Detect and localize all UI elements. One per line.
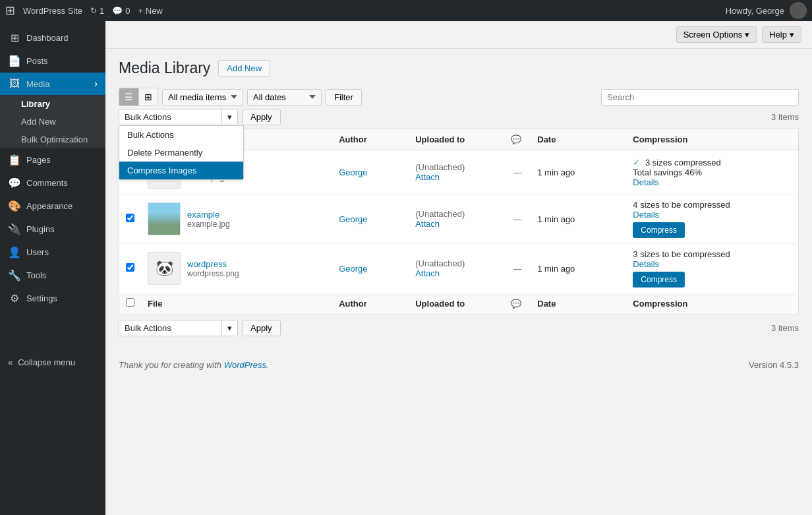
table-row: example example.jpg George (Unattached) … (119, 195, 799, 244)
user-avatar[interactable] (790, 2, 807, 19)
settings-icon: ⚙ (8, 292, 21, 305)
row-checkbox-example[interactable] (126, 214, 134, 222)
col-footer-cb (119, 293, 142, 315)
comments-icon[interactable]: 💬 0 (112, 6, 130, 16)
row-cb-wordpress (119, 244, 142, 293)
uploaded-to-example: (Unattached) (415, 209, 465, 219)
wp-logo-icon[interactable]: ⊞ (5, 3, 15, 18)
row-compression-wordpress: 3 sizes to be compressed Details Compres… (626, 244, 798, 293)
col-header-author: Author (332, 129, 409, 150)
submenu-item-bulk-optimization[interactable]: Bulk Optimization (0, 131, 105, 148)
col-footer-compression: Compression (626, 293, 798, 315)
submenu-item-library[interactable]: Library (0, 95, 105, 113)
attach-link-wordpress[interactable]: Attach (415, 268, 440, 278)
compression-status-avatar: ✓ 3 sizes compressed (633, 158, 792, 167)
row-author-avatar: George (332, 150, 409, 195)
col-header-date: Date (531, 129, 626, 150)
attach-link-example[interactable]: Attach (415, 219, 440, 229)
dropdown-item-compress[interactable]: Compress Images (119, 162, 243, 179)
collapse-menu-btn[interactable]: « Collapse menu (0, 349, 105, 375)
bulk-actions-dropdown: Bulk Actions Delete Permanently Compress… (119, 125, 244, 180)
sidebar-item-label: Users (26, 247, 49, 257)
compress-button-example[interactable]: Compress (633, 222, 685, 238)
sidebar-item-media[interactable]: 🖼 Media › (0, 73, 105, 95)
row-compression-example: 4 sizes to be compressed Details Compres… (626, 195, 798, 244)
sidebar-item-settings[interactable]: ⚙ Settings (0, 287, 105, 310)
file-title-example[interactable]: example (187, 210, 219, 220)
compression-details-link-wordpress[interactable]: Details (633, 259, 659, 269)
author-link-example[interactable]: George (339, 214, 367, 224)
row-comments-example: — (504, 195, 531, 244)
add-new-button[interactable]: Add New (218, 60, 270, 76)
sidebar-item-appearance[interactable]: 🎨 Appearance (0, 195, 105, 218)
item-count-bottom: 3 items (771, 323, 799, 333)
date-filter[interactable]: All dates January 2024 (247, 89, 322, 106)
item-count-top: 3 items (771, 112, 799, 122)
bulk-bottom-dropdown-arrow[interactable]: ▾ (221, 320, 237, 336)
grid-view-btn[interactable]: ⊞ (139, 88, 158, 106)
posts-icon: 📄 (8, 55, 21, 67)
media-icon: 🖼 (8, 78, 21, 90)
row-attached-avatar: (Unattached) Attach (409, 150, 504, 195)
comments-avatar: — (513, 167, 522, 177)
row-comments-avatar: — (504, 150, 531, 195)
search-input[interactable] (601, 89, 799, 106)
sidebar-item-users[interactable]: 👤 Users (0, 241, 105, 264)
screen-options-button[interactable]: Screen Options ▾ (676, 26, 757, 43)
comment-header-icon: 💬 (511, 135, 521, 144)
submenu-item-add-new[interactable]: Add New (0, 113, 105, 131)
dashboard-icon: ⊞ (8, 32, 21, 44)
author-link-wordpress[interactable]: George (339, 264, 367, 274)
file-name-wordpress: wordpress.png (187, 269, 239, 278)
file-info-wordpress: wordpress wordpress.png (187, 259, 239, 278)
updates-icon[interactable]: ↻ 1 (90, 6, 104, 16)
row-attached-wordpress: (Unattached) Attach (409, 244, 504, 293)
sidebar-item-dashboard[interactable]: ⊞ Dashboard (0, 26, 105, 49)
bulk-dropdown-arrow[interactable]: ▾ (221, 109, 237, 125)
media-type-filter[interactable]: All media items Images Audio Video Docum… (162, 89, 243, 106)
sidebar-item-label: Posts (26, 56, 48, 66)
col-footer-comments: 💬 (504, 293, 531, 315)
bulk-bottom-select-display[interactable]: Bulk Actions (119, 320, 221, 336)
filter-button[interactable]: Filter (326, 89, 362, 106)
dropdown-item-bulk-actions[interactable]: Bulk Actions (119, 126, 243, 144)
sidebar-item-pages[interactable]: 📋 Pages (0, 148, 105, 171)
sidebar-item-posts[interactable]: 📄 Posts (0, 49, 105, 73)
sidebar-item-tools[interactable]: 🔧 Tools (0, 264, 105, 287)
bulk-actions-bottom: Bulk Actions ▾ Apply 3 items (119, 320, 799, 336)
compression-details-link-avatar[interactable]: Details (633, 177, 659, 187)
appearance-icon: 🎨 (8, 200, 21, 212)
help-button[interactable]: Help ▾ (762, 26, 801, 43)
compress-button-wordpress[interactable]: Compress (633, 272, 685, 288)
thumb-wordpress: 🐼 (148, 252, 181, 285)
bulk-select-display[interactable]: Bulk Actions (119, 109, 221, 125)
attach-link-avatar[interactable]: Attach (415, 172, 440, 182)
row-date-example: 1 min ago (531, 195, 626, 244)
select-all-checkbox-bottom[interactable] (126, 298, 134, 307)
file-title-wordpress[interactable]: wordpress (187, 259, 227, 269)
row-file-example: example example.jpg (141, 195, 332, 244)
bulk-apply-button-bottom[interactable]: Apply (242, 320, 281, 336)
site-name[interactable]: WordPress Site (23, 6, 82, 16)
row-date-avatar: 1 min ago (531, 150, 626, 195)
media-menu-arrow: › (94, 78, 98, 90)
bulk-dropdown-wrapper: Bulk Actions ▾ Bulk Actions Delete Perma… (119, 109, 238, 125)
compression-details-link-example[interactable]: Details (633, 210, 659, 220)
col-header-uploaded: Uploaded to (409, 129, 504, 150)
new-content-btn[interactable]: + New (138, 6, 163, 16)
author-link-avatar[interactable]: George (339, 167, 367, 177)
compression-savings-avatar: Total savings 46% (633, 167, 792, 177)
help-arrow-icon: ▾ (790, 30, 794, 40)
bulk-bottom-left: Bulk Actions ▾ Apply (119, 320, 281, 336)
footer-version: Version 4.5.3 (749, 360, 799, 370)
collapse-arrow-icon: « (8, 357, 13, 367)
footer-text: Thank you for creating with WordPress. (119, 360, 269, 370)
row-checkbox-wordpress[interactable] (126, 263, 134, 272)
sidebar-item-comments[interactable]: 💬 Comments (0, 171, 105, 195)
uploaded-to-wordpress: (Unattached) (415, 258, 465, 268)
sidebar-item-plugins[interactable]: 🔌 Plugins (0, 218, 105, 241)
dropdown-item-delete[interactable]: Delete Permanently (119, 144, 243, 162)
list-view-btn[interactable]: ☰ (119, 88, 139, 106)
bulk-apply-button-top[interactable]: Apply (242, 109, 281, 125)
footer-wp-link[interactable]: WordPress (224, 360, 266, 370)
